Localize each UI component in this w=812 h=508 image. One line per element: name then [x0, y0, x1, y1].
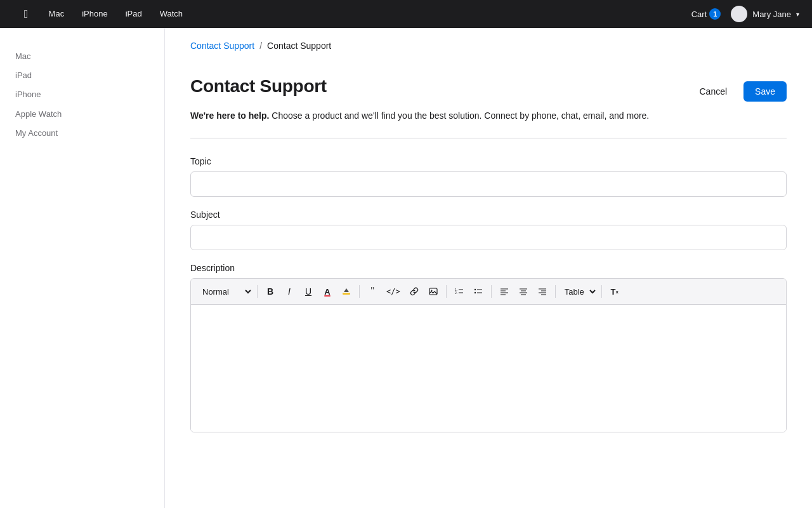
subject-field-group: Subject	[190, 210, 787, 250]
description-field-group: Description Normal Heading 1 Heading 2 H…	[190, 263, 787, 432]
user-name: Mary Jane	[752, 10, 791, 19]
align-right-button[interactable]	[534, 283, 551, 300]
topic-label: Topic	[190, 156, 787, 166]
code-button[interactable]: </>	[383, 283, 404, 300]
subheading: We're here to help. Choose a product and…	[190, 109, 787, 123]
description-label: Description	[190, 263, 787, 273]
cart-count-badge: 1	[709, 8, 721, 20]
sidebar-item-ipad[interactable]: iPad	[13, 66, 152, 85]
subheading-text: Choose a product and we'll find you the …	[269, 110, 649, 121]
subject-label: Subject	[190, 210, 787, 220]
top-navigation:  Mac iPhone iPad Watch Cart 1 Mary Jane…	[0, 0, 812, 28]
topic-input[interactable]	[190, 171, 787, 197]
table-select[interactable]: Table	[560, 283, 598, 300]
subheading-bold: We're here to help.	[190, 110, 269, 121]
user-menu-button[interactable]: Mary Jane ▾	[731, 6, 799, 22]
editor-toolbar: Normal Heading 1 Heading 2 Heading 3 B I…	[191, 279, 786, 305]
cancel-button[interactable]: Cancel	[690, 83, 736, 100]
cart-button[interactable]: Cart 1	[691, 8, 721, 20]
style-select[interactable]: Normal Heading 1 Heading 2 Heading 3	[197, 283, 253, 300]
nav-right-section: Cart 1 Mary Jane ▾	[691, 6, 799, 22]
toolbar-divider-3	[446, 285, 447, 298]
breadcrumb-current: Contact Support	[267, 41, 331, 51]
svg-point-8	[474, 292, 475, 293]
description-editor[interactable]	[191, 305, 786, 432]
clear-format-button[interactable]: Tx	[606, 283, 624, 300]
save-button[interactable]: Save	[743, 81, 787, 102]
align-left-button[interactable]	[495, 283, 513, 300]
topic-field-group: Topic	[190, 156, 787, 197]
svg-point-7	[474, 289, 475, 290]
unordered-list-button[interactable]	[469, 283, 487, 300]
apple-logo-icon[interactable]: 	[13, 0, 40, 28]
user-avatar	[731, 6, 747, 22]
style-select-wrap: Normal Heading 1 Heading 2 Heading 3	[197, 283, 253, 300]
highlight-button[interactable]	[337, 283, 355, 300]
align-center-button[interactable]	[514, 283, 532, 300]
breadcrumb-separator: /	[259, 41, 262, 51]
page-layout: Mac iPad iPhone Apple Watch My Account C…	[0, 28, 812, 508]
sidebar: Mac iPad iPhone Apple Watch My Account	[0, 28, 165, 508]
page-title: Contact Support	[190, 76, 327, 97]
nav-link-iphone[interactable]: iPhone	[73, 0, 116, 28]
main-content: Contact Support / Contact Support Contac…	[165, 28, 812, 508]
chevron-down-icon: ▾	[796, 11, 799, 18]
page-header: Contact Support Cancel Save	[190, 76, 787, 102]
sidebar-item-mac[interactable]: Mac	[13, 47, 152, 66]
subject-input[interactable]	[190, 225, 787, 250]
blockquote-button[interactable]: "	[363, 283, 381, 300]
underline-button[interactable]: U	[299, 283, 317, 300]
table-select-wrap: Table	[560, 283, 598, 300]
link-button[interactable]	[405, 283, 423, 300]
italic-button[interactable]: I	[280, 283, 298, 300]
breadcrumb: Contact Support / Contact Support	[190, 41, 787, 51]
svg-rect-1	[429, 288, 437, 295]
ordered-list-button[interactable]: 1.2.	[450, 283, 468, 300]
image-button[interactable]	[424, 283, 442, 300]
toolbar-divider-4	[491, 285, 492, 298]
toolbar-divider-2	[359, 285, 360, 298]
toolbar-divider-5	[555, 285, 556, 298]
toolbar-divider-6	[601, 285, 602, 298]
cart-label: Cart	[691, 10, 707, 19]
svg-point-2	[431, 290, 432, 291]
sidebar-item-my-account[interactable]: My Account	[13, 124, 152, 143]
rich-text-editor: Normal Heading 1 Heading 2 Heading 3 B I…	[190, 278, 787, 432]
nav-link-mac[interactable]: Mac	[40, 0, 74, 28]
nav-link-watch[interactable]: Watch	[151, 0, 192, 28]
toolbar-divider-1	[257, 285, 258, 298]
svg-rect-0	[343, 293, 350, 295]
sidebar-item-apple-watch[interactable]: Apple Watch	[13, 105, 152, 124]
sidebar-item-iphone[interactable]: iPhone	[13, 85, 152, 104]
nav-link-ipad[interactable]: iPad	[117, 0, 151, 28]
bold-button[interactable]: B	[261, 283, 279, 300]
svg-text:2.: 2.	[455, 291, 457, 295]
breadcrumb-link[interactable]: Contact Support	[190, 41, 254, 51]
font-color-button[interactable]: A	[318, 283, 336, 300]
section-divider	[190, 138, 787, 138]
header-actions: Cancel Save	[690, 81, 787, 102]
